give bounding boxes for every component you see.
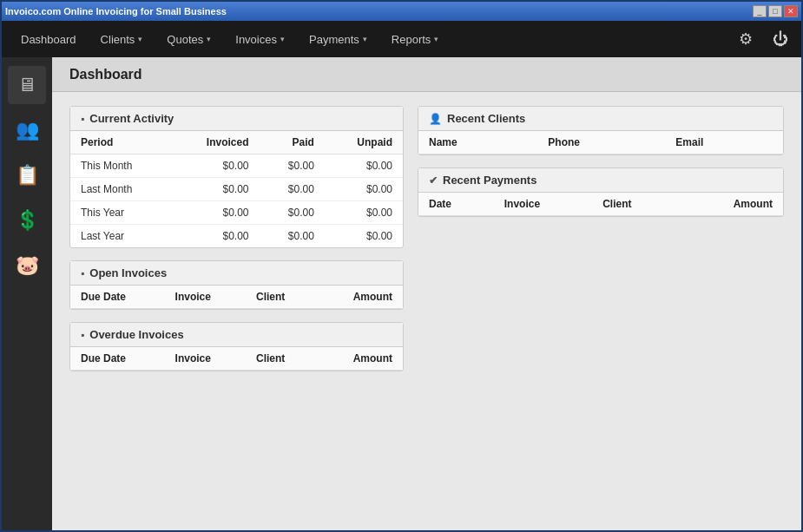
overdue-invoices-title: Overdue Invoices bbox=[89, 328, 183, 341]
rp-col-invoice: Invoice bbox=[494, 193, 592, 216]
unpaid-cell: $0.00 bbox=[325, 201, 403, 225]
recent-clients-title: Recent Clients bbox=[447, 112, 525, 125]
right-column: 👤 Recent Clients Name Phone Email bbox=[418, 106, 784, 371]
ov-col-amount: Amount bbox=[317, 347, 403, 371]
ov-col-duedate: Due Date bbox=[70, 347, 165, 371]
oi-col-duedate: Due Date bbox=[70, 286, 165, 309]
unpaid-cell: $0.00 bbox=[325, 225, 403, 248]
rc-col-email: Email bbox=[665, 131, 783, 154]
nav-dashboard-label: Dashboard bbox=[21, 33, 76, 46]
maximize-button[interactable]: □ bbox=[768, 5, 782, 17]
period-cell: This Month bbox=[70, 154, 171, 178]
overdue-invoices-table: Due Date Invoice Client Amount bbox=[70, 347, 403, 371]
open-invoices-header-row: Due Date Invoice Client Amount bbox=[70, 286, 403, 309]
close-button[interactable]: ✕ bbox=[784, 5, 798, 17]
window-controls: _ □ ✕ bbox=[753, 5, 798, 17]
nav-item-payments[interactable]: Payments ▾ bbox=[297, 21, 379, 57]
main-layout: 🖥 👥 📋 💲 🐷 Dashboard bbox=[2, 57, 801, 530]
nav-item-invoices[interactable]: Invoices ▾ bbox=[223, 21, 297, 57]
invoiced-cell: $0.00 bbox=[171, 201, 259, 225]
table-row: This Year $0.00 $0.00 $0.00 bbox=[70, 201, 403, 225]
dollar-icon: 💲 bbox=[16, 209, 39, 232]
ov-col-invoice: Invoice bbox=[165, 347, 246, 371]
open-invoices-header: ▪ Open Invoices bbox=[70, 261, 403, 286]
nav-clients-label: Clients bbox=[101, 33, 135, 46]
nav-payments-label: Payments bbox=[309, 33, 359, 46]
nav-item-dashboard[interactable]: Dashboard bbox=[9, 21, 89, 57]
table-row: Last Month $0.00 $0.00 $0.00 bbox=[70, 178, 403, 201]
page-header: Dashboard bbox=[52, 57, 801, 92]
rc-col-phone: Phone bbox=[537, 131, 665, 154]
overdue-invoices-icon: ▪ bbox=[81, 329, 84, 341]
current-activity-table: Period Invoiced Paid Unpaid This Month $… bbox=[70, 131, 403, 247]
rc-col-name: Name bbox=[418, 131, 537, 154]
current-activity-header: ▪ Current Activity bbox=[70, 107, 403, 131]
current-activity-header-row: Period Invoiced Paid Unpaid bbox=[70, 131, 403, 154]
paid-cell: $0.00 bbox=[260, 178, 325, 201]
recent-payments-table: Date Invoice Client Amount bbox=[418, 193, 783, 216]
minimize-button[interactable]: _ bbox=[753, 5, 767, 17]
period-cell: Last Year bbox=[70, 225, 171, 248]
current-activity-title: Current Activity bbox=[89, 112, 174, 125]
current-activity-card: ▪ Current Activity Period Invoiced Paid … bbox=[69, 106, 404, 248]
period-cell: This Year bbox=[70, 201, 171, 225]
ov-col-client: Client bbox=[246, 347, 317, 371]
recent-payments-card: ✔ Recent Payments Date Invoice Client Am… bbox=[418, 167, 784, 217]
col-paid: Paid bbox=[260, 131, 325, 154]
navbar: Dashboard Clients ▾ Quotes ▾ Invoices ▾ … bbox=[2, 21, 801, 57]
activity-icon: ▪ bbox=[81, 113, 84, 125]
col-unpaid: Unpaid bbox=[325, 131, 403, 154]
clients-icon: 👥 bbox=[16, 119, 39, 141]
nav-item-reports[interactable]: Reports ▾ bbox=[379, 21, 451, 57]
overdue-invoices-card: ▪ Overdue Invoices Due Date Invoice Clie… bbox=[69, 322, 404, 371]
sidebar-item-invoices[interactable]: 📋 bbox=[8, 156, 46, 194]
settings-button[interactable]: ⚙ bbox=[732, 25, 760, 53]
invoices-dropdown-arrow: ▾ bbox=[280, 35, 285, 43]
reports-dropdown-arrow: ▾ bbox=[434, 35, 438, 43]
paid-cell: $0.00 bbox=[260, 225, 325, 248]
recent-clients-card: 👤 Recent Clients Name Phone Email bbox=[418, 106, 784, 155]
power-icon: ⏻ bbox=[773, 30, 788, 49]
invoiced-cell: $0.00 bbox=[171, 178, 259, 201]
table-row: This Month $0.00 $0.00 $0.00 bbox=[70, 154, 403, 178]
open-invoices-card: ▪ Open Invoices Due Date Invoice Client … bbox=[69, 260, 404, 310]
oi-col-invoice: Invoice bbox=[165, 286, 246, 309]
overdue-invoices-header-row: Due Date Invoice Client Amount bbox=[70, 347, 403, 371]
rp-col-amount: Amount bbox=[679, 193, 783, 216]
payments-dropdown-arrow: ▾ bbox=[363, 35, 367, 43]
rp-col-date: Date bbox=[418, 193, 494, 216]
recent-payments-header-row: Date Invoice Client Amount bbox=[418, 193, 783, 216]
open-invoices-title: Open Invoices bbox=[89, 266, 167, 279]
titlebar: Invoico.com Online Invoicing for Small B… bbox=[2, 2, 801, 21]
oi-col-amount: Amount bbox=[317, 286, 403, 309]
recent-clients-table: Name Phone Email bbox=[418, 131, 783, 154]
recent-payments-title: Recent Payments bbox=[443, 174, 536, 187]
unpaid-cell: $0.00 bbox=[325, 178, 403, 201]
recent-clients-header: 👤 Recent Clients bbox=[418, 107, 783, 131]
recent-payments-header: ✔ Recent Payments bbox=[418, 168, 783, 193]
quotes-dropdown-arrow: ▾ bbox=[207, 35, 211, 43]
piggy-icon: 🐷 bbox=[16, 254, 39, 277]
nav-item-clients[interactable]: Clients ▾ bbox=[89, 21, 155, 57]
table-row: Last Year $0.00 $0.00 $0.00 bbox=[70, 225, 403, 248]
sidebar: 🖥 👥 📋 💲 🐷 bbox=[2, 57, 52, 530]
nav-reports-label: Reports bbox=[392, 33, 431, 46]
recent-payments-icon: ✔ bbox=[429, 174, 438, 187]
recent-clients-icon: 👤 bbox=[429, 113, 442, 125]
app-window: Invoico.com Online Invoicing for Small B… bbox=[0, 0, 803, 532]
paid-cell: $0.00 bbox=[260, 154, 325, 178]
power-button[interactable]: ⏻ bbox=[767, 25, 794, 53]
nav-item-quotes[interactable]: Quotes ▾ bbox=[155, 21, 223, 57]
nav-right-controls: ⚙ ⏻ bbox=[732, 25, 794, 53]
current-activity-body: This Month $0.00 $0.00 $0.00 Last Month … bbox=[70, 154, 403, 248]
sidebar-item-payments[interactable]: 💲 bbox=[8, 201, 46, 240]
rp-col-client: Client bbox=[592, 193, 679, 216]
left-column: ▪ Current Activity Period Invoiced Paid … bbox=[69, 106, 404, 371]
open-invoices-icon: ▪ bbox=[81, 267, 84, 279]
sidebar-item-reports[interactable]: 🐷 bbox=[8, 246, 46, 285]
sidebar-item-clients[interactable]: 👥 bbox=[8, 111, 46, 149]
sidebar-item-dashboard[interactable]: 🖥 bbox=[8, 66, 46, 104]
recent-clients-header-row: Name Phone Email bbox=[418, 131, 783, 154]
page-title: Dashboard bbox=[69, 67, 142, 82]
gear-icon: ⚙ bbox=[739, 30, 753, 49]
